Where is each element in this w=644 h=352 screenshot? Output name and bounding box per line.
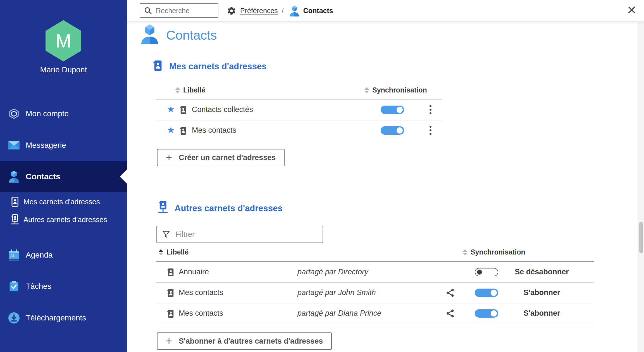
plus-icon: + bbox=[166, 152, 172, 163]
subscribe-addressbooks-button[interactable]: + S'abonner à d'autres carnets d'adresse… bbox=[157, 332, 332, 350]
column-header-libelle[interactable]: Libellé bbox=[159, 248, 189, 256]
book-label: Mes contacts bbox=[179, 309, 223, 318]
shared-by-label: partagé par Diana Prince bbox=[297, 309, 381, 318]
sidebar-item-mes-carnets[interactable]: Mes carnets d'adresses bbox=[0, 193, 127, 211]
search-input[interactable] bbox=[155, 6, 214, 15]
other-books-table: Libellé Synchronisation Annuaire bbox=[156, 245, 594, 324]
sort-icon-ascending bbox=[159, 249, 163, 255]
sidebar-item-label: Contacts bbox=[26, 161, 60, 192]
sidebar-item-label: Agenda bbox=[26, 251, 53, 260]
calendar-day: 31 bbox=[10, 254, 15, 258]
scrollbar-thumb[interactable] bbox=[639, 222, 643, 253]
shared-by-label: partagé par Directory bbox=[297, 268, 368, 276]
breadcrumb-preferences-link[interactable]: Préférences bbox=[240, 7, 278, 15]
table-header: Libellé Synchronisation bbox=[156, 84, 442, 99]
sync-toggle[interactable] bbox=[381, 106, 404, 114]
subscribe-action[interactable]: S'abonner bbox=[507, 288, 577, 297]
sort-icon bbox=[364, 87, 369, 93]
sidebar-item-agenda[interactable]: 31 Agenda bbox=[0, 246, 127, 264]
sidebar-item-messagerie[interactable]: Messagerie bbox=[0, 136, 127, 154]
table-row: Mes contacts partagé par Diana Prince S'… bbox=[156, 303, 594, 324]
topbar: Préférences / Contacts × bbox=[127, 0, 644, 22]
section-title: Mes carnets d'adresses bbox=[169, 61, 267, 72]
book-label: Contacts collectés bbox=[192, 105, 253, 114]
address-book-icon bbox=[180, 106, 187, 115]
my-books-section-header: Mes carnets d'adresses bbox=[153, 60, 267, 72]
contacts-breadcrumb-icon bbox=[289, 5, 299, 16]
kebab-menu-icon[interactable] bbox=[428, 124, 433, 137]
address-book-icon bbox=[153, 60, 163, 72]
table-row: ★ Contacts collectés bbox=[156, 99, 442, 120]
column-header-synchronisation[interactable]: Synchronisation bbox=[463, 248, 525, 256]
sync-toggle[interactable] bbox=[475, 289, 498, 297]
address-book-icon bbox=[167, 268, 174, 277]
plus-icon: + bbox=[166, 336, 172, 346]
main-content: Préférences / Contacts × bbox=[127, 0, 644, 352]
table-header: Libellé Synchronisation bbox=[156, 245, 594, 262]
kebab-menu-icon[interactable] bbox=[428, 103, 433, 116]
address-book-icon bbox=[167, 309, 174, 318]
sidebar-item-taches[interactable]: Tâches bbox=[0, 277, 127, 295]
book-label: Mes contacts bbox=[179, 288, 223, 297]
page-title: Contacts bbox=[166, 28, 217, 43]
sidebar-item-telechargements[interactable]: Téléchargements bbox=[0, 309, 127, 327]
contacts-page-icon bbox=[140, 24, 159, 44]
tasks-icon bbox=[8, 281, 20, 292]
sync-toggle[interactable] bbox=[475, 309, 498, 318]
share-icon bbox=[445, 308, 455, 318]
other-books-section-header: Autres carnets d'adresses bbox=[158, 201, 282, 213]
sort-icon bbox=[175, 87, 180, 93]
filter-box bbox=[156, 226, 323, 243]
shared-address-book-icon bbox=[158, 201, 168, 213]
calendar-icon: 31 bbox=[8, 249, 20, 261]
subscribe-action[interactable]: S'abonner bbox=[507, 309, 577, 318]
create-addressbook-button[interactable]: + Créer un carnet d'adresses bbox=[157, 149, 285, 166]
favorite-star-icon[interactable]: ★ bbox=[167, 105, 175, 114]
shared-by-label: partagé par John Smith bbox=[297, 288, 376, 297]
table-row: Mes contacts partagé par John Smith S'ab… bbox=[156, 282, 594, 303]
sync-toggle[interactable] bbox=[475, 268, 498, 276]
address-book-icon bbox=[180, 126, 187, 135]
share-icon bbox=[445, 288, 455, 298]
search-icon bbox=[144, 7, 152, 15]
filter-input[interactable] bbox=[175, 230, 318, 239]
breadcrumb-current: Contacts bbox=[303, 7, 333, 15]
sidebar-item-mon-compte[interactable]: Mon compte bbox=[0, 105, 127, 123]
filter-funnel-icon bbox=[162, 230, 170, 239]
column-header-synchronisation[interactable]: Synchronisation bbox=[364, 86, 427, 94]
gear-icon bbox=[227, 6, 236, 16]
table-row: Annuaire partagé par Directory Se désabo… bbox=[156, 262, 594, 283]
book-label: Mes contacts bbox=[192, 126, 236, 135]
shared-address-book-icon bbox=[10, 214, 20, 225]
sidebar-item-contacts[interactable]: Contacts bbox=[0, 161, 127, 192]
account-icon bbox=[8, 108, 20, 119]
avatar-initial: M bbox=[56, 30, 71, 52]
sidebar-item-label: Autres carnets d'adresses bbox=[23, 215, 107, 224]
user-name: Marie Dupont bbox=[0, 65, 127, 74]
sidebar-item-label: Mes carnets d'adresses bbox=[23, 198, 100, 206]
downloads-icon bbox=[8, 312, 20, 324]
unsubscribe-action[interactable]: Se désabonner bbox=[507, 268, 577, 276]
close-icon[interactable]: × bbox=[624, 1, 640, 18]
address-book-icon bbox=[10, 197, 20, 207]
column-header-libelle[interactable]: Libellé bbox=[175, 86, 205, 94]
breadcrumb-separator: / bbox=[282, 7, 284, 15]
active-item-arrow-icon bbox=[120, 169, 127, 184]
sort-icon bbox=[463, 249, 467, 255]
favorite-star-icon[interactable]: ★ bbox=[167, 126, 175, 134]
mail-icon bbox=[8, 141, 20, 149]
avatar: M bbox=[46, 20, 81, 61]
sidebar-item-autres-carnets[interactable]: Autres carnets d'adresses bbox=[0, 211, 127, 229]
table-row: ★ Mes contacts bbox=[156, 120, 442, 141]
sidebar-item-label: Mon compte bbox=[26, 109, 69, 118]
section-title: Autres carnets d'adresses bbox=[175, 203, 282, 213]
sidebar: M Marie Dupont Mon compte Messagerie bbox=[0, 0, 127, 352]
contacts-icon bbox=[8, 161, 20, 192]
address-book-icon bbox=[167, 289, 174, 298]
preferences-window: M Marie Dupont Mon compte Messagerie bbox=[0, 0, 644, 352]
sync-toggle[interactable] bbox=[381, 126, 404, 135]
breadcrumb: Préférences / Contacts bbox=[227, 0, 333, 22]
scrollbar-track bbox=[638, 22, 644, 352]
book-label: Annuaire bbox=[179, 268, 209, 276]
sidebar-item-label: Tâches bbox=[26, 282, 51, 291]
